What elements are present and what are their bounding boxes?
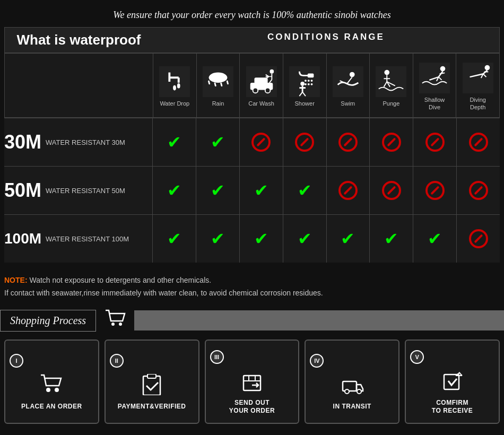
step-payment: II PAYMENT&VERIFIED: [105, 340, 199, 424]
cells-30m: ✔ ✔: [153, 118, 500, 166]
cell-30m-4: [283, 118, 327, 166]
waterproof-section: What is waterproof CONDITIONS RANGE: [0, 27, 504, 268]
cell-50m-5: [327, 167, 370, 214]
row-50m: 50M WATER RESISTANT 50M ✔ ✔ ✔ ✔: [4, 166, 500, 214]
step-label-4: IN TRANSIT: [333, 403, 371, 411]
svg-point-4: [177, 83, 180, 89]
svg-point-27: [308, 80, 310, 82]
gray-bar: [134, 310, 504, 330]
cell-50m-7: [413, 167, 457, 214]
svg-point-30: [308, 83, 310, 85]
step-label-5: COMFIRM TO RECEIVE: [432, 399, 473, 415]
svg-rect-69: [343, 381, 357, 391]
header-text: We ensure that your order every watch is…: [0, 0, 504, 27]
svg-point-5: [173, 85, 176, 91]
cell-100m-6: ✔: [370, 215, 413, 263]
svg-point-7: [209, 72, 228, 82]
step-icon-place-order: [40, 374, 63, 399]
cell-50m-3: ✔: [240, 167, 283, 214]
cell-30m-5: [327, 118, 370, 166]
icon-shallow-dive: Shallow Dive: [413, 54, 457, 117]
step-roman-5: V: [410, 350, 424, 364]
note-section: NOTE: Watch not exposure to detergents a…: [0, 268, 504, 304]
icon-rain: Rain: [197, 54, 240, 117]
cell-50m-1: ✔: [153, 167, 196, 214]
label-100m: 100M: [4, 230, 41, 247]
step-roman-2: II: [110, 354, 124, 368]
svg-point-17: [270, 69, 274, 74]
svg-point-15: [253, 88, 258, 93]
svg-point-28: [311, 80, 313, 82]
svg-rect-41: [376, 66, 406, 97]
shopping-title: Shopping Process: [0, 310, 96, 332]
svg-point-32: [300, 82, 305, 86]
cells-100m: ✔ ✔ ✔ ✔ ✔ ✔ ✔: [153, 215, 500, 263]
label-shallow-dive: Shallow Dive: [424, 96, 445, 111]
cell-100m-7: ✔: [413, 215, 457, 263]
label-car-wash: Car Wash: [248, 100, 274, 107]
cell-100m-1: ✔: [153, 215, 196, 263]
svg-rect-64: [244, 376, 260, 390]
step-in-transit: IV IN TRANSIT: [305, 340, 399, 424]
icon-car-wash: Car Wash: [240, 54, 283, 117]
svg-rect-0: [159, 66, 190, 97]
step-label-3: SEND OUT YOUR ORDER: [229, 399, 275, 415]
row-30m: 30M WATER RESISTANT 30M ✔ ✔: [4, 118, 500, 166]
note-line1: NOTE: Watch not exposure to detergents a…: [4, 274, 500, 287]
cell-30m-7: [413, 118, 457, 166]
icons-row: Water Drop Rain: [153, 54, 499, 117]
label-50m: 50M: [4, 179, 41, 202]
cell-100m-8: [457, 215, 500, 263]
step-icon-confirm: [441, 370, 464, 396]
label-diving-depth: Diving Depth: [470, 96, 486, 111]
step-confirm: V COMFIRM TO RECEIVE: [405, 340, 500, 424]
svg-point-54: [484, 65, 490, 71]
svg-point-26: [305, 80, 307, 82]
cells-50m: ✔ ✔ ✔ ✔: [153, 167, 500, 214]
cell-50m-2: ✔: [196, 167, 240, 214]
step-send-out: III SEND OUT YOUR ORDER: [205, 340, 300, 424]
cell-30m-3: [240, 118, 283, 166]
row-100m: 100M WATER RESISTANT 100M ✔ ✔ ✔ ✔ ✔ ✔ ✔: [4, 214, 500, 263]
desc-50m: WATER RESISTANT 50M: [41, 177, 129, 204]
svg-point-42: [385, 70, 390, 75]
icons-row-container: Water Drop Rain: [4, 53, 500, 118]
svg-point-60: [46, 388, 50, 392]
cell-50m-6: [370, 167, 413, 214]
label-30m: 30M: [4, 131, 41, 153]
cell-30m-6: [370, 118, 413, 166]
svg-point-61: [55, 388, 59, 392]
desc-30m: WATER RESISTANT 30M: [41, 129, 129, 156]
steps-row: I PLACE AN ORDER II: [0, 340, 504, 432]
label-water-drop: Water Drop: [160, 100, 189, 107]
step-place-order: I PLACE AN ORDER: [4, 340, 99, 424]
icon-water-drop: Water Drop: [153, 54, 197, 117]
label-shower: Shower: [295, 100, 315, 107]
cell-30m-2: ✔: [196, 118, 240, 166]
step-roman-3: III: [210, 350, 224, 364]
icon-swim: Swim: [327, 54, 370, 117]
shopping-section: Shopping Process I PLACE AN ORDER: [0, 304, 504, 432]
cell-30m-8: [457, 118, 500, 166]
label-punge: Punge: [383, 100, 400, 107]
step-icon-send-out: [240, 370, 264, 396]
cell-100m-2: ✔: [196, 215, 240, 263]
svg-point-59: [119, 323, 122, 326]
cell-100m-5: ✔: [327, 215, 370, 263]
step-roman-1: I: [10, 354, 23, 368]
step-icon-transit: [341, 374, 364, 399]
desc-100m: WATER RESISTANT 100M: [41, 225, 133, 253]
cell-50m-4: ✔: [283, 167, 327, 214]
svg-rect-25: [308, 73, 314, 77]
svg-point-31: [311, 83, 313, 85]
label-rain: Rain: [212, 100, 224, 107]
svg-point-49: [440, 66, 446, 71]
cart-icon-bar: [96, 309, 134, 332]
step-icon-payment: [140, 374, 163, 399]
svg-rect-63: [147, 374, 156, 378]
svg-point-29: [305, 83, 307, 85]
svg-rect-24: [289, 66, 320, 97]
cell-50m-8: [457, 167, 500, 214]
note-label: NOTE:: [4, 276, 28, 284]
waterproof-label: What is waterproof: [16, 32, 141, 48]
